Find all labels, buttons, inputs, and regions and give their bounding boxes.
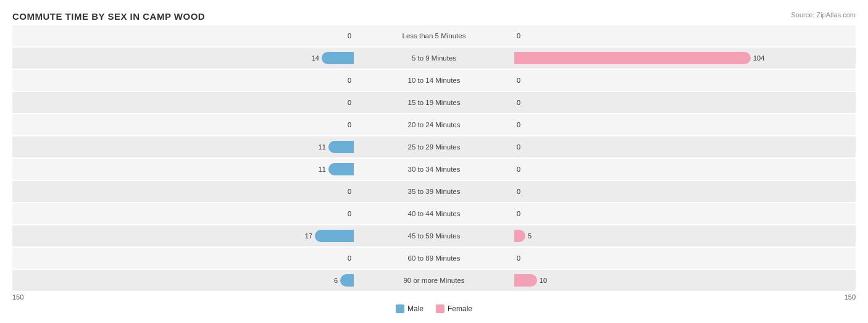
bar-male <box>340 274 354 287</box>
chart-row: 11 30 to 34 Minutes 0 <box>12 159 856 180</box>
row-label: 30 to 34 Minutes <box>357 166 511 173</box>
chart-container: COMMUTE TIME BY SEX IN CAMP WOOD Source:… <box>0 0 868 323</box>
value-male: 14 <box>312 54 319 62</box>
row-label: 60 to 89 Minutes <box>357 254 511 262</box>
value-female: 0 <box>517 254 520 262</box>
legend-male: Male <box>396 304 424 313</box>
value-male: 6 <box>334 277 338 284</box>
row-label: 40 to 44 Minutes <box>357 210 511 217</box>
chart-row: 0 60 to 89 Minutes 0 <box>12 248 856 269</box>
axis-bottom: 150 150 <box>12 293 856 301</box>
chart-row: 0 40 to 44 Minutes 0 <box>12 203 856 224</box>
row-label: 25 to 29 Minutes <box>357 143 511 151</box>
value-male: 0 <box>348 32 351 40</box>
legend-female-box <box>436 304 444 313</box>
bar-female <box>514 274 537 287</box>
value-male: 11 <box>319 166 326 173</box>
row-label: Less than 5 Minutes <box>357 32 511 40</box>
chart-row: 0 20 to 24 Minutes 0 <box>12 114 856 135</box>
value-male: 0 <box>348 210 351 217</box>
legend: Male Female <box>12 304 856 313</box>
legend-male-label: Male <box>407 304 424 313</box>
bar-female <box>514 230 525 242</box>
chart-area: 0 Less than 5 Minutes 0 14 5 to 9 Minute… <box>12 25 856 291</box>
bar-male <box>328 163 354 175</box>
value-female: 10 <box>540 277 547 284</box>
row-label: 20 to 24 Minutes <box>357 121 511 128</box>
row-label: 45 to 59 Minutes <box>357 232 511 240</box>
bar-male <box>322 52 354 64</box>
chart-row: 17 45 to 59 Minutes 5 <box>12 225 856 246</box>
value-female: 0 <box>517 210 520 217</box>
value-male: 0 <box>348 188 351 195</box>
value-female: 0 <box>517 99 520 106</box>
chart-row: 0 35 to 39 Minutes 0 <box>12 181 856 202</box>
source-label: Source: ZipAtlas.com <box>791 11 856 19</box>
value-male: 0 <box>348 99 351 106</box>
axis-right-label: 150 <box>845 293 856 301</box>
chart-row: 14 5 to 9 Minutes 104 <box>12 48 856 69</box>
chart-row: 6 90 or more Minutes 10 <box>12 270 856 291</box>
value-male: 0 <box>348 121 351 128</box>
row-label: 15 to 19 Minutes <box>357 99 511 106</box>
chart-title: COMMUTE TIME BY SEX IN CAMP WOOD <box>12 11 856 22</box>
chart-row: 0 10 to 14 Minutes 0 <box>12 70 856 91</box>
value-female: 0 <box>517 121 520 128</box>
value-female: 0 <box>517 77 520 84</box>
value-male: 0 <box>348 254 351 262</box>
row-label: 10 to 14 Minutes <box>357 77 511 84</box>
value-male: 0 <box>348 77 351 84</box>
value-female: 5 <box>528 232 532 240</box>
bar-female <box>514 52 751 64</box>
row-label: 5 to 9 Minutes <box>357 54 511 62</box>
chart-row: 0 15 to 19 Minutes 0 <box>12 92 856 113</box>
row-label: 35 to 39 Minutes <box>357 188 511 195</box>
axis-left-label: 150 <box>12 293 23 301</box>
row-label: 90 or more Minutes <box>357 277 511 284</box>
value-female: 0 <box>517 188 520 195</box>
value-male: 11 <box>319 143 326 151</box>
value-female: 0 <box>517 32 520 40</box>
legend-female-label: Female <box>448 304 472 313</box>
value-male: 17 <box>305 232 312 240</box>
legend-female: Female <box>436 304 472 313</box>
value-female: 0 <box>517 166 520 173</box>
bar-male <box>315 230 354 242</box>
value-female: 0 <box>517 143 520 151</box>
chart-row: 11 25 to 29 Minutes 0 <box>12 136 856 157</box>
legend-male-box <box>396 304 404 313</box>
chart-row: 0 Less than 5 Minutes 0 <box>12 25 856 46</box>
bar-male <box>328 141 354 153</box>
value-female: 104 <box>753 54 764 62</box>
